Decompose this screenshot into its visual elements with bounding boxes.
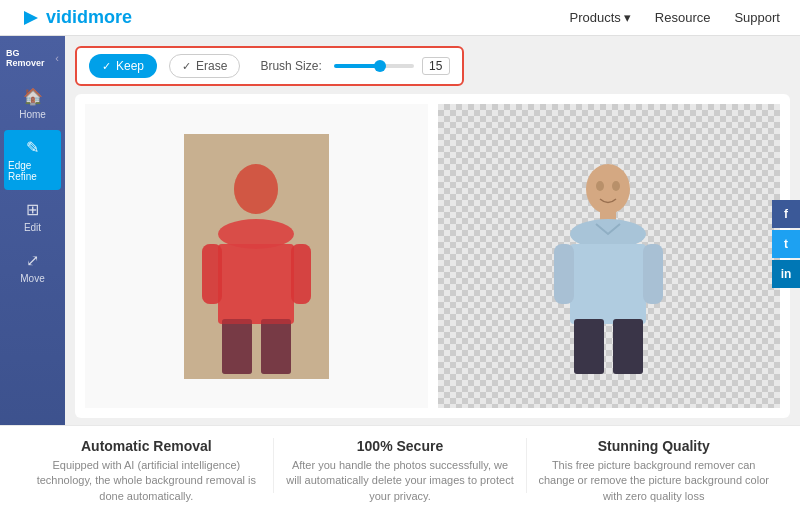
edge-refine-icon: ✎ — [26, 138, 39, 157]
erase-check-icon: ✓ — [182, 60, 191, 73]
sidebar-item-move[interactable]: ⤢ Move — [0, 243, 65, 292]
sidebar-item-home[interactable]: 🏠 Home — [0, 79, 65, 128]
brush-slider-container: 15 — [334, 57, 450, 75]
bottom-info: Automatic Removal Equipped with AI (arti… — [0, 425, 800, 505]
info-title-automatic: Automatic Removal — [30, 438, 263, 454]
info-desc-automatic: Equipped with AI (artificial intelligenc… — [30, 458, 263, 504]
svg-point-24 — [612, 181, 620, 191]
info-card-secure: 100% Secure After you handle the photos … — [273, 438, 527, 493]
logo-text: vididmore — [46, 7, 132, 28]
nav-resource[interactable]: Resource — [655, 10, 711, 25]
sidebar-item-edge-refine-label: Edge Refine — [8, 160, 57, 182]
move-icon: ⤢ — [26, 251, 39, 270]
preview-panel — [438, 104, 781, 408]
svg-point-15 — [586, 164, 630, 214]
preview-image — [536, 134, 681, 379]
svg-marker-0 — [24, 11, 38, 25]
svg-rect-10 — [218, 244, 294, 324]
nav-products[interactable]: Products ▾ — [570, 10, 631, 25]
chevron-down-icon: ▾ — [624, 10, 631, 25]
info-desc-quality: This free picture background remover can… — [537, 458, 770, 504]
info-title-quality: Stunning Quality — [537, 438, 770, 454]
logo-icon — [20, 7, 42, 29]
brush-value: 15 — [422, 57, 450, 75]
brush-size-label: Brush Size: — [260, 59, 321, 73]
svg-rect-11 — [202, 244, 222, 304]
svg-rect-13 — [222, 319, 252, 374]
original-panel — [85, 104, 428, 408]
svg-point-23 — [596, 181, 604, 191]
svg-point-9 — [234, 164, 278, 214]
nav-support[interactable]: Support — [734, 10, 780, 25]
twitter-button[interactable]: t — [772, 230, 800, 258]
info-title-secure: 100% Secure — [284, 438, 517, 454]
sidebar-header: BG Remover ‹ — [0, 44, 65, 72]
sidebar-back-icon[interactable]: ‹ — [55, 52, 59, 64]
navbar: vididmore Products ▾ Resource Support — [0, 0, 800, 36]
sidebar-item-move-label: Move — [20, 273, 44, 284]
svg-rect-14 — [261, 319, 291, 374]
nav-links: Products ▾ Resource Support — [570, 10, 781, 25]
info-card-quality: Stunning Quality This free picture backg… — [526, 438, 780, 493]
social-sidebar: f t in — [772, 200, 800, 288]
info-card-automatic: Automatic Removal Equipped with AI (arti… — [20, 438, 273, 493]
svg-rect-18 — [570, 244, 646, 324]
logo[interactable]: vididmore — [20, 7, 132, 29]
svg-rect-22 — [613, 319, 643, 374]
brush-slider[interactable] — [334, 64, 414, 68]
keep-button[interactable]: ✓ Keep — [89, 54, 157, 78]
image-panels — [75, 94, 790, 418]
svg-rect-19 — [554, 244, 574, 304]
sidebar-item-edge-refine[interactable]: ✎ Edge Refine — [4, 130, 61, 190]
sidebar-item-edit[interactable]: ⊞ Edit — [0, 192, 65, 241]
facebook-button[interactable]: f — [772, 200, 800, 228]
erase-button[interactable]: ✓ Erase — [169, 54, 240, 78]
home-icon: 🏠 — [23, 87, 43, 106]
keep-check-icon: ✓ — [102, 60, 111, 73]
edit-icon: ⊞ — [26, 200, 39, 219]
sidebar-app-label: BG Remover — [6, 48, 55, 68]
svg-rect-12 — [291, 244, 311, 304]
linkedin-button[interactable]: in — [772, 260, 800, 288]
original-image — [184, 134, 329, 379]
sidebar-item-home-label: Home — [19, 109, 46, 120]
brush-slider-thumb — [374, 60, 386, 72]
svg-rect-20 — [643, 244, 663, 304]
toolbar: ✓ Keep ✓ Erase Brush Size: 15 — [75, 46, 464, 86]
sidebar-item-edit-label: Edit — [24, 222, 41, 233]
svg-rect-21 — [574, 319, 604, 374]
info-desc-secure: After you handle the photos successfully… — [284, 458, 517, 504]
